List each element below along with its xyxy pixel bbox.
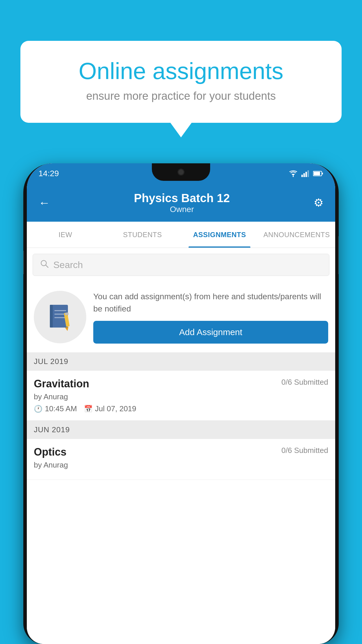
- speech-bubble: Online assignments ensure more practice …: [20, 41, 342, 123]
- assignment-optics-top: Optics 0/6 Submitted: [34, 446, 328, 458]
- bubble-subtitle: ensure more practice for your students: [41, 90, 321, 102]
- search-placeholder: Search: [53, 260, 83, 270]
- svg-line-10: [46, 265, 48, 267]
- svg-point-1: [293, 176, 294, 177]
- screen-content: Search: [27, 248, 335, 644]
- tab-announcements[interactable]: ANNOUNCEMENTS: [258, 222, 335, 248]
- svg-rect-5: [307, 170, 309, 177]
- assignment-optics-name: Optics: [34, 446, 66, 458]
- assignment-status: 0/6 Submitted: [282, 378, 328, 387]
- add-assignment-button[interactable]: Add Assignment: [93, 321, 328, 344]
- search-icon: [40, 259, 49, 270]
- battery-icon: [313, 171, 324, 176]
- status-time: 14:29: [38, 169, 59, 178]
- svg-rect-3: [303, 173, 305, 177]
- meta-time-value: 10:45 AM: [45, 404, 77, 413]
- volume-button: [23, 251, 24, 274]
- phone-notch: [152, 163, 210, 181]
- section-jun-2019: JUN 2019: [27, 421, 335, 439]
- svg-marker-17: [65, 327, 69, 331]
- assignment-meta: 🕐 10:45 AM 📅 Jul 07, 2019: [34, 404, 328, 413]
- assignment-optics-status: 0/6 Submitted: [282, 446, 328, 455]
- search-container: Search: [27, 248, 335, 282]
- meta-date: 📅 Jul 07, 2019: [84, 404, 136, 413]
- assignment-author: by Anurag: [34, 392, 328, 401]
- app-bar-title: Physics Batch 12: [53, 192, 311, 205]
- section-jul-2019: JUL 2019: [27, 352, 335, 371]
- assignment-optics[interactable]: Optics 0/6 Submitted by Anurag: [27, 439, 335, 480]
- promo-right: You can add assignment(s) from here and …: [93, 290, 328, 344]
- svg-rect-2: [301, 175, 303, 177]
- assignment-name: Gravitation: [34, 378, 89, 390]
- app-bar: ← Physics Batch 12 Owner ⚙: [27, 184, 335, 222]
- assignment-gravitation[interactable]: Gravitation 0/6 Submitted by Anurag 🕐 10…: [27, 371, 335, 421]
- phone-screen: 14:29: [27, 163, 335, 644]
- app-bar-subtitle: Owner: [53, 205, 311, 214]
- tab-bar: IEW STUDENTS ASSIGNMENTS ANNOUNCEMENTS: [27, 222, 335, 248]
- power-button: [338, 236, 339, 274]
- assignment-optics-author: by Anurag: [34, 461, 328, 470]
- speech-bubble-container: Online assignments ensure more practice …: [20, 41, 342, 123]
- svg-rect-4: [305, 172, 307, 177]
- promo-text: You can add assignment(s) from here and …: [93, 290, 328, 315]
- bubble-title: Online assignments: [41, 58, 321, 84]
- meta-time: 🕐 10:45 AM: [34, 404, 77, 413]
- svg-rect-12: [50, 305, 53, 328]
- calendar-icon: 📅: [84, 405, 93, 413]
- promo-block: You can add assignment(s) from here and …: [27, 282, 335, 352]
- tab-view[interactable]: IEW: [27, 222, 104, 248]
- notebook-icon: [47, 302, 73, 332]
- meta-date-value: Jul 07, 2019: [95, 404, 136, 413]
- tab-assignments[interactable]: ASSIGNMENTS: [181, 222, 258, 248]
- app-bar-title-group: Physics Batch 12 Owner: [53, 192, 311, 214]
- promo-icon-circle: [34, 291, 86, 343]
- svg-marker-0: [291, 174, 295, 176]
- back-button[interactable]: ←: [36, 193, 53, 212]
- status-icons: [289, 170, 324, 177]
- svg-rect-7: [322, 173, 323, 174]
- section-jul-label: JUL 2019: [34, 357, 68, 366]
- clock-icon: 🕐: [34, 405, 43, 413]
- svg-rect-8: [314, 172, 320, 175]
- tab-students[interactable]: STUDENTS: [104, 222, 181, 248]
- phone-frame: 14:29: [23, 163, 339, 644]
- section-jun-label: JUN 2019: [34, 425, 70, 434]
- signal-icon: [301, 170, 310, 177]
- assignment-item-top: Gravitation 0/6 Submitted: [34, 378, 328, 390]
- search-bar[interactable]: Search: [33, 254, 329, 276]
- settings-button[interactable]: ⚙: [311, 193, 326, 212]
- phone-camera: [178, 169, 184, 176]
- wifi-icon: [289, 170, 298, 177]
